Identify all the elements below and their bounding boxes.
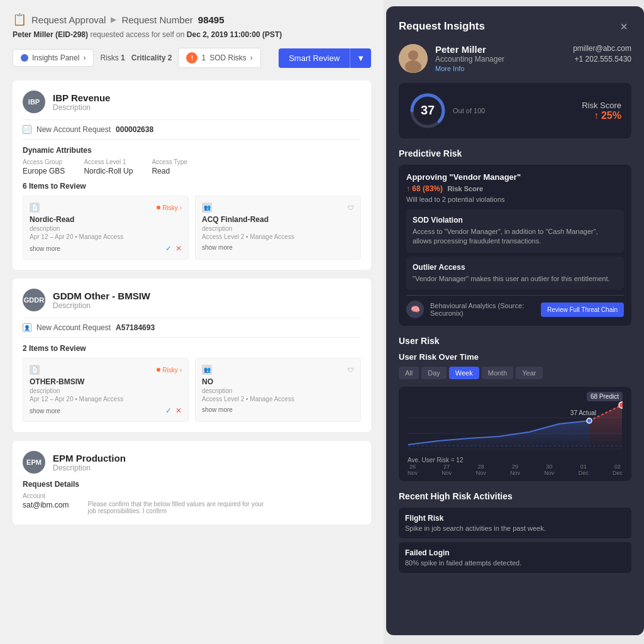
- attr-access-group: Access Group Europe GBS: [23, 158, 65, 175]
- more-info-link[interactable]: More Info: [435, 65, 565, 72]
- review-item-nordic: 📄 Risky › Nordic-Read description Apr 12…: [23, 196, 189, 260]
- user-role: Accounting Manager: [435, 55, 565, 64]
- filter-day[interactable]: Day: [421, 367, 447, 379]
- right-panel: Request Insights × Peter Miller Accounti…: [386, 6, 644, 635]
- activity-flight-risk: Flight Risk Spike in job search activiti…: [399, 508, 631, 538]
- svg-point-1: [408, 50, 418, 60]
- predictive-risk-title: Predictive Risk: [399, 148, 631, 158]
- role-info-ibp: IBP Revenue Description: [53, 92, 110, 112]
- bmsiw-approve-btn[interactable]: ✓: [165, 406, 172, 415]
- attr-label-group: Access Group: [23, 158, 65, 165]
- failed-login-desc: 80% spike in failed attempts detected.: [405, 559, 625, 567]
- attr-access-type: Access Type Read: [152, 158, 187, 175]
- request-icon: 📋: [13, 13, 26, 26]
- no-actions: show more: [202, 406, 354, 413]
- predict-dot: [619, 402, 623, 408]
- role-header-gddr: GDDR GDDM Other - BMSIW Description: [23, 289, 361, 311]
- chart-date-5: 01Dec: [579, 464, 589, 476]
- requester-name: Peter Miller (EID-298): [13, 30, 88, 39]
- pred-score: ↑ 68 (83%) Risk Score: [406, 184, 624, 193]
- risk-score-left: 37 Out of 100: [409, 92, 485, 130]
- request-details-label: Request Details: [23, 480, 361, 489]
- acq-show-more[interactable]: show more: [202, 244, 233, 251]
- bmsiw-icon: 📄: [30, 365, 40, 375]
- risky-dot: [157, 206, 160, 209]
- user-name: Peter Miller: [435, 44, 565, 55]
- user-risk-section: User Risk User Risk Over Time All Day We…: [399, 336, 631, 481]
- chart-area: 68 Predict 37 Actual: [399, 387, 631, 481]
- risk-label-area: Risk Score ↑ 25%: [582, 101, 621, 121]
- no-show-more[interactable]: show more: [202, 406, 233, 413]
- role-name-epm: EPM Production: [53, 453, 126, 464]
- role-card-ibp: IBP IBP Revenue Description 📄 New Accoun…: [13, 80, 371, 270]
- violation-outlier-desc: "Vendor Manager" makes this user an outl…: [413, 274, 618, 284]
- bmsiw-show-more[interactable]: show more: [30, 408, 60, 414]
- req-icon-gddr: 👤: [23, 323, 31, 332]
- user-email: pmiller@abc.com: [573, 44, 631, 53]
- sod-risks-button[interactable]: ! 1 SOD Risks ›: [178, 48, 260, 68]
- role-info-gddr: GDDM Other - BMSIW Description: [53, 291, 150, 310]
- breadcrumb: 📋 Request Approval ▶ Request Number 9849…: [13, 13, 371, 26]
- filter-month[interactable]: Month: [482, 367, 514, 379]
- attr-value-group: Europe GBS: [23, 167, 65, 175]
- no-subdesc: description: [202, 387, 354, 394]
- bmsiw-actions: show more ✓ ✕: [30, 406, 182, 415]
- epm-account-item: Account sat@ibm.com: [23, 492, 69, 514]
- req-icon-ibp: 📄: [23, 125, 31, 134]
- risk-score-percent: 25%: [601, 110, 621, 121]
- role-avatar-ibp: IBP: [23, 91, 45, 113]
- violation-outlier-title: Outlier Access: [413, 263, 618, 272]
- attr-access-level: Access Level 1 Nordic-Roll Up: [84, 158, 133, 175]
- attr-value-type: Read: [152, 167, 187, 175]
- risk-arrow: ↑: [594, 110, 599, 121]
- violation-sod: SOD Violation Access to "Vendor Manager"…: [406, 209, 624, 253]
- nordic-approve-btn[interactable]: ✓: [165, 244, 172, 253]
- acq-dates: Access Level 2 • Manage Access: [202, 233, 354, 240]
- review-item-acq: 👥 🛡 ACQ Finland-Read description Access …: [195, 196, 361, 260]
- panel-title: Request Insights: [399, 20, 485, 33]
- insights-panel-button[interactable]: Insights Panel ›: [13, 49, 94, 67]
- epm-confirm-text: Please confirm that the below filled val…: [88, 501, 264, 514]
- smart-review-button[interactable]: Smart Review: [279, 48, 350, 68]
- role-avatar-gddr: GDDR: [23, 289, 45, 311]
- nordic-show-more[interactable]: show more: [30, 245, 60, 252]
- behavioral-row: 🧠 Behavioural Analytics (Source: Securon…: [406, 295, 624, 318]
- review-items-gddr: 📄 Risky › OTHER-BMSIW description Apr 12…: [23, 358, 361, 422]
- review-item-header-bmsiw: 📄 Risky ›: [30, 365, 182, 375]
- smart-review-dropdown-button[interactable]: ▼: [350, 48, 371, 68]
- user-avatar: [399, 44, 428, 73]
- filter-week[interactable]: Week: [449, 367, 479, 379]
- flight-risk-title: Flight Risk: [405, 514, 625, 523]
- filter-year[interactable]: Year: [516, 367, 542, 379]
- predictive-risk-section: Predictive Risk Approving "Vendor Manage…: [399, 148, 631, 326]
- actual-label: 37 Actual: [570, 409, 596, 416]
- review-item-other-bmsiw: 📄 Risky › OTHER-BMSIW description Apr 12…: [23, 358, 189, 422]
- filter-all[interactable]: All: [399, 367, 419, 379]
- criticality-label: Criticality 2: [131, 53, 172, 62]
- nordic-reject-btn[interactable]: ✕: [175, 244, 182, 253]
- panel-header: Request Insights ×: [399, 19, 631, 34]
- insights-label: Insights Panel: [32, 53, 79, 62]
- user-risk-section-title: User Risk: [399, 336, 631, 346]
- risks-label: Risks 1: [100, 53, 125, 62]
- role-desc-ibp: Description: [53, 103, 110, 112]
- nordic-actions: show more ✓ ✕: [30, 244, 182, 253]
- close-button[interactable]: ×: [616, 19, 631, 34]
- risk-out-of: Out of 100: [453, 107, 485, 114]
- epm-account-value: sat@ibm.com: [23, 501, 69, 509]
- flight-risk-desc: Spike in job search activities in the pa…: [405, 525, 625, 532]
- no-dates: Access Level 2 • Manage Access: [202, 396, 354, 402]
- acq-icon: 👥: [202, 203, 212, 213]
- no-icon: 👥: [202, 365, 212, 375]
- attrs-row-ibp: Access Group Europe GBS Access Level 1 N…: [23, 158, 361, 175]
- chart-date-2: 28Nov: [476, 464, 486, 476]
- bmsiw-dates: Apr 12 – Apr 20 • Manage Access: [30, 396, 182, 402]
- review-chain-button[interactable]: Review Full Threat Chain: [541, 303, 624, 317]
- chart-date-4: 30Nov: [544, 464, 554, 476]
- bmsiw-reject-btn[interactable]: ✕: [175, 406, 182, 415]
- chart-date-6: 02Dec: [613, 464, 623, 476]
- failed-login-title: Failed Login: [405, 548, 625, 557]
- account-request-ibp: 📄 New Account Request 000002638: [23, 119, 361, 140]
- acq-subdesc: description: [202, 225, 354, 232]
- request-subtitle: Peter Miller (EID-298) requested access …: [13, 30, 371, 39]
